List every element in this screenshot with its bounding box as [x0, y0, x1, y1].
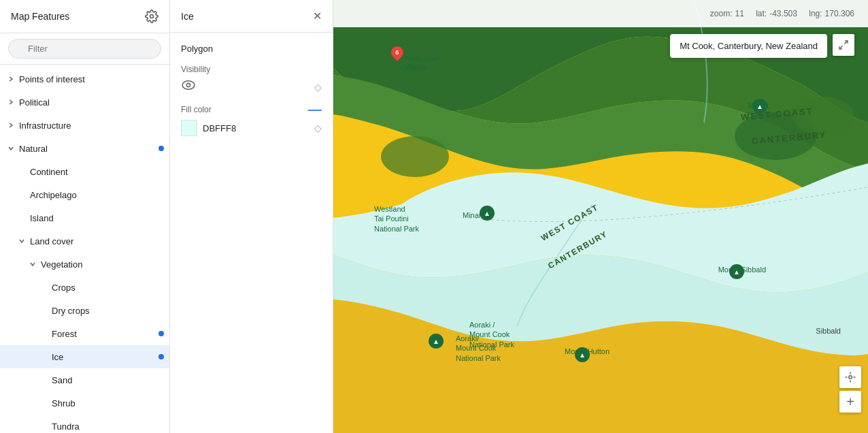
expand-icon-archipelago — [16, 189, 27, 200]
filter-bar — [0, 33, 169, 65]
tooltip-text: Mt Cook, Canterbury, New Zealand — [680, 41, 818, 51]
svg-point-10 — [792, 97, 854, 135]
map-area[interactable]: zoom:11 lat:-43.503 lng:170.306 Mt Cook,… — [333, 0, 868, 433]
expand-icon-ice — [38, 351, 49, 362]
sidebar-item-label-natural: Natural — [19, 144, 158, 154]
sidebar-item-crops[interactable]: Crops — [0, 276, 169, 299]
sidebar-item-natural[interactable]: Natural — [0, 137, 169, 160]
svg-point-4 — [182, 81, 195, 89]
color-hex: DBFFF8 — [203, 123, 236, 133]
sidebar-header: Map Features — [0, 0, 169, 33]
active-dot-ice — [158, 354, 164, 359]
active-dot-natural — [158, 146, 164, 151]
sidebar-item-label-vegetation: Vegetation — [41, 259, 164, 270]
sidebar-item-points-of-interest[interactable]: Points of interest — [0, 67, 169, 91]
fill-color-text: Fill color — [181, 105, 212, 114]
expand-icon-dry-crops — [38, 305, 49, 316]
expand-icon-continent — [16, 166, 27, 177]
map-coordinates: zoom:11 lat:-43.503 lng:170.306 — [710, 9, 857, 18]
sidebar-item-island[interactable]: Island — [0, 206, 169, 229]
sidebar-item-political[interactable]: Political — [0, 91, 169, 114]
location-pin: 6 — [391, 46, 403, 59]
lng-label: lng: — [809, 9, 822, 18]
expand-icon-shrub — [38, 398, 49, 408]
sidebar-item-label-island: Island — [30, 213, 164, 223]
expand-icon-land-cover — [16, 236, 27, 246]
filter-input[interactable] — [8, 39, 161, 59]
expand-icon-forest — [38, 328, 49, 339]
color-diamond-icon[interactable]: ◇ — [314, 123, 322, 133]
fill-color-label-row: Fill color — [181, 105, 322, 114]
park-marker-darchiac: ▲ — [752, 99, 767, 114]
visibility-diamond-icon[interactable]: ◇ — [314, 82, 322, 93]
color-swatch-wrap: DBFFF8 — [181, 120, 236, 136]
expand-icon-crops — [38, 282, 49, 293]
lng-value: 170.306 — [825, 9, 854, 18]
sidebar-item-shrub[interactable]: Shrub — [0, 391, 169, 415]
sidebar-item-ice[interactable]: Ice — [0, 345, 169, 368]
detail-body: Polygon Visibility ◇ Fill color DBFFF8 — [170, 33, 333, 155]
svg-line-12 — [839, 46, 843, 49]
sidebar-item-label-land-cover: Land cover — [30, 236, 164, 246]
park-marker-minarets: ▲ — [480, 206, 495, 221]
expand-icon-infrastructure — [5, 120, 16, 131]
sidebar-item-vegetation[interactable]: Vegetation — [0, 253, 169, 276]
detail-panel: Ice ✕ Polygon Visibility ◇ Fill color D — [170, 0, 333, 433]
expand-icon-sand — [38, 374, 49, 385]
svg-point-7 — [381, 136, 449, 177]
zoom-value: 11 — [735, 9, 744, 18]
sidebar-item-label-ice: Ice — [52, 352, 158, 362]
fill-color-section: Fill color DBFFF8 ◇ — [181, 105, 322, 136]
sidebar-item-label-tundra: Tundra — [52, 421, 164, 432]
expand-icon-points-of-interest — [5, 74, 16, 84]
detail-header: Ice ✕ — [170, 0, 333, 33]
expand-icon-tundra — [38, 421, 49, 432]
fullscreen-button[interactable] — [833, 34, 854, 56]
sidebar-item-label-points-of-interest: Points of interest — [19, 74, 164, 84]
map-topbar: zoom:11 lat:-43.503 lng:170.306 — [333, 0, 868, 27]
eye-icon[interactable] — [181, 80, 196, 94]
close-icon[interactable]: ✕ — [313, 10, 322, 22]
expand-icon-vegetation — [27, 259, 38, 270]
polygon-type: Polygon — [181, 44, 322, 54]
lat-value: -43.503 — [769, 9, 797, 18]
zoom-in-button[interactable]: + — [839, 391, 861, 413]
fill-color-line — [308, 110, 322, 111]
zoom-label: zoom: — [710, 9, 733, 18]
svg-point-0 — [150, 15, 154, 18]
sidebar-item-label-shrub: Shrub — [52, 398, 164, 408]
color-input-row: DBFFF8 ◇ — [181, 120, 322, 136]
sidebar-item-label-political: Political — [19, 97, 164, 108]
sidebar-item-tundra[interactable]: Tundra — [0, 415, 169, 433]
tree-container: Points of interestPoliticalInfrastructur… — [0, 65, 169, 433]
color-swatch[interactable] — [181, 120, 197, 136]
sidebar-item-dry-crops[interactable]: Dry crops — [0, 299, 169, 322]
sidebar-item-sand[interactable]: Sand — [0, 368, 169, 391]
park-marker-hutton: ▲ — [575, 347, 590, 362]
location-button[interactable] — [839, 366, 861, 388]
sidebar-item-archipelago[interactable]: Archipelago — [0, 183, 169, 206]
gear-icon[interactable] — [145, 10, 158, 23]
sidebar-title: Map Features — [11, 11, 69, 22]
sidebar-item-label-forest: Forest — [52, 329, 158, 339]
expand-icon-political — [5, 97, 16, 108]
sidebar: Map Features Points of interestPolitical… — [0, 0, 170, 433]
sidebar-item-land-cover[interactable]: Land cover — [0, 229, 169, 253]
lat-label: lat: — [756, 9, 767, 18]
visibility-row: ◇ — [181, 80, 322, 94]
sidebar-item-label-dry-crops: Dry crops — [52, 306, 164, 316]
sidebar-item-label-continent: Continent — [30, 167, 164, 177]
sidebar-item-continent[interactable]: Continent — [0, 160, 169, 183]
sidebar-item-label-archipelago: Archipelago — [30, 190, 164, 200]
map-tooltip: Mt Cook, Canterbury, New Zealand — [670, 34, 827, 58]
park-marker-aoraki: ▲ — [429, 334, 444, 349]
sidebar-item-forest[interactable]: Forest — [0, 322, 169, 345]
svg-point-8 — [510, 129, 565, 163]
sidebar-item-infrastructure[interactable]: Infrastructure — [0, 114, 169, 137]
svg-point-5 — [186, 83, 190, 86]
park-marker-sibbald: ▲ — [729, 264, 744, 279]
visibility-label: Visibility — [181, 65, 322, 74]
active-dot-forest — [158, 331, 164, 336]
sidebar-item-label-sand: Sand — [52, 375, 164, 385]
sidebar-item-label-infrastructure: Infrastructure — [19, 121, 164, 131]
